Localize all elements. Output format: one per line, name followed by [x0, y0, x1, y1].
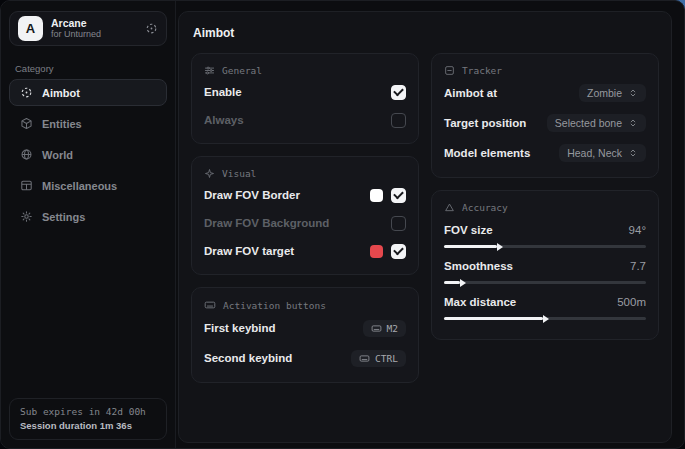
setting-label: Smoothness: [444, 260, 513, 272]
app-header-card: A Arcane for Unturned: [9, 11, 167, 46]
activation-panel-header: Activation buttons: [204, 299, 406, 311]
fov-border-color-swatch[interactable]: [370, 189, 383, 202]
app-logo: A: [18, 16, 43, 41]
main-area: Aimbot General Enable: [176, 1, 684, 448]
setting-row-always: Always: [204, 108, 406, 132]
slider-fill[interactable]: [444, 245, 497, 248]
sidebar-item-entities[interactable]: Entities: [9, 110, 167, 137]
max-distance-value: 500m: [617, 296, 646, 308]
setting-row-fov-border: Draw FOV Border: [204, 183, 406, 207]
setting-row-aimbot-at: Aimbot at Zombie: [444, 80, 646, 106]
sidebar-item-label: Miscellaneous: [42, 180, 117, 192]
always-checkbox[interactable]: [391, 113, 406, 128]
sidebar-item-label: Settings: [42, 211, 85, 223]
keyboard-icon: [204, 299, 216, 311]
setting-label: Aimbot at: [444, 87, 497, 99]
arcane-window: A Arcane for Unturned Category Aimbot: [0, 0, 685, 449]
setting-row-smoothness: Smoothness 7.7: [444, 256, 646, 284]
dropdown-value: Selected bone: [555, 117, 622, 129]
panel-title: Visual: [222, 168, 256, 179]
setting-label: Always: [204, 114, 244, 126]
dropdown-value: Zombie: [587, 87, 622, 99]
cube-icon: [20, 117, 33, 130]
triangle-icon: [444, 202, 455, 213]
sidebar-item-label: Entities: [42, 118, 82, 130]
right-column: Tracker Aimbot at Zombie: [431, 53, 659, 340]
first-keybind-button[interactable]: M2: [363, 320, 406, 337]
focus-crosshair-icon[interactable]: [145, 22, 158, 35]
setting-row-model-elements: Model elements Head, Neck: [444, 140, 646, 166]
setting-label: First keybind: [204, 322, 276, 334]
globe-icon: [20, 148, 33, 161]
subscription-status-card: Sub expires in 42d 00h Session duration …: [9, 398, 167, 440]
model-elements-dropdown[interactable]: Head, Neck: [559, 144, 646, 162]
enable-checkbox[interactable]: [391, 85, 406, 100]
sidebar-item-label: World: [42, 149, 73, 161]
aimbot-at-dropdown[interactable]: Zombie: [579, 84, 646, 102]
panel-title: Tracker: [462, 65, 502, 76]
slider-fill[interactable]: [444, 281, 460, 284]
setting-row-first-keybind: First keybind M2: [204, 315, 406, 341]
app-name: Arcane: [51, 17, 101, 29]
setting-row-second-keybind: Second keybind CTRL: [204, 345, 406, 371]
fov-background-checkbox[interactable]: [391, 216, 406, 231]
grid-icon: [20, 179, 33, 192]
session-duration-text: Session duration 1m 36s: [20, 420, 156, 431]
sub-expiry-text: Sub expires in 42d 00h: [20, 406, 156, 417]
target-position-dropdown[interactable]: Selected bone: [547, 114, 646, 132]
general-panel: General Enable Always: [191, 53, 419, 144]
setting-label: Draw FOV target: [204, 245, 294, 257]
smoothness-slider[interactable]: [444, 281, 646, 284]
tracker-panel-header: Tracker: [444, 65, 646, 76]
keybind-value: M2: [387, 323, 398, 334]
sparkle-icon: [204, 168, 215, 179]
left-column: General Enable Always: [191, 53, 419, 383]
setting-row-target-position: Target position Selected bone: [444, 110, 646, 136]
setting-row-fov-size: FOV size 94°: [444, 220, 646, 248]
fov-target-color-swatch[interactable]: [370, 245, 383, 258]
setting-label: Model elements: [444, 147, 530, 159]
general-panel-header: General: [204, 65, 406, 76]
sidebar-item-aimbot[interactable]: Aimbot: [9, 79, 167, 106]
visual-panel-header: Visual: [204, 168, 406, 179]
setting-label: FOV size: [444, 224, 493, 236]
tracker-panel: Tracker Aimbot at Zombie: [431, 53, 659, 178]
fov-target-checkbox[interactable]: [391, 244, 406, 259]
sidebar-item-label: Aimbot: [42, 87, 80, 99]
keyboard-icon: [359, 353, 370, 364]
setting-label: Max distance: [444, 296, 516, 308]
sidebar-item-world[interactable]: World: [9, 141, 167, 168]
setting-row-fov-background: Draw FOV Background: [204, 211, 406, 235]
setting-row-enable: Enable: [204, 80, 406, 104]
visual-panel: Visual Draw FOV Border Draw FOV Backgrou…: [191, 156, 419, 275]
slider-fill[interactable]: [444, 317, 543, 320]
smoothness-value: 7.7: [630, 260, 646, 272]
accuracy-panel-header: Accuracy: [444, 202, 646, 213]
fov-border-checkbox[interactable]: [391, 188, 406, 203]
panel-title: Activation buttons: [223, 300, 326, 311]
gear-icon: [20, 210, 33, 223]
keyboard-icon: [371, 323, 382, 334]
square-minus-icon: [444, 65, 455, 76]
second-keybind-button[interactable]: CTRL: [351, 350, 406, 367]
panel-title: Accuracy: [462, 202, 508, 213]
accuracy-panel: Accuracy FOV size 94°: [431, 190, 659, 340]
setting-row-max-distance: Max distance 500m: [444, 292, 646, 320]
activation-buttons-panel: Activation buttons First keybind M2: [191, 287, 419, 383]
sidebar-item-settings[interactable]: Settings: [9, 203, 167, 230]
sidebar-item-miscellaneous[interactable]: Miscellaneous: [9, 172, 167, 199]
fov-size-slider[interactable]: [444, 245, 646, 248]
dropdown-value: Head, Neck: [567, 147, 622, 159]
keybind-value: CTRL: [375, 353, 398, 364]
unfold-icon: [628, 88, 638, 98]
main-card: Aimbot General Enable: [178, 11, 672, 443]
panel-title: General: [222, 65, 262, 76]
setting-label: Target position: [444, 117, 526, 129]
setting-label: Enable: [204, 86, 242, 98]
unfold-icon: [628, 148, 638, 158]
unfold-icon: [628, 118, 638, 128]
fov-size-value: 94°: [629, 224, 646, 236]
setting-row-fov-target: Draw FOV target: [204, 239, 406, 263]
sliders-icon: [204, 65, 215, 76]
max-distance-slider[interactable]: [444, 317, 646, 320]
